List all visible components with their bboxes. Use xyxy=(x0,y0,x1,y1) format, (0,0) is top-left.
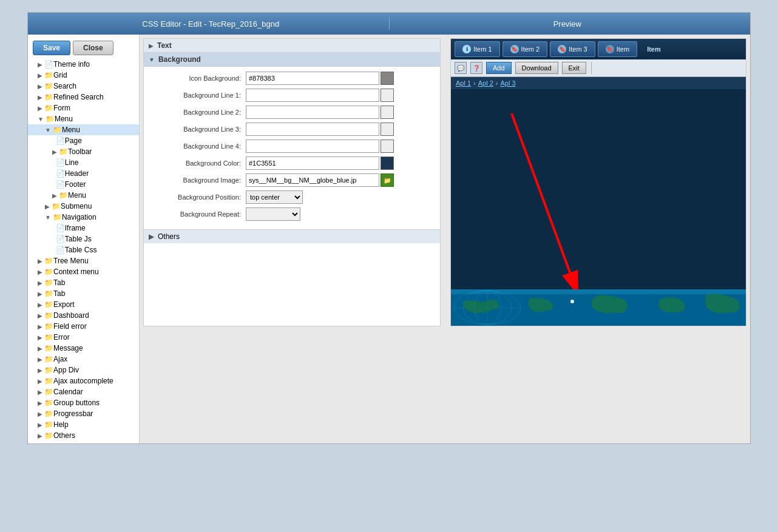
expand-icon: ▶ xyxy=(52,149,57,155)
tree-item[interactable]: ▶ 📁 Tab xyxy=(28,288,139,299)
folder-icon: 📁 xyxy=(44,420,53,429)
file-browse-button[interactable]: 📁 xyxy=(381,173,394,187)
expand-icon: ▼ xyxy=(45,127,51,133)
tree-item[interactable]: ▶ 📁 Tab xyxy=(28,277,139,288)
sidebar: Save Close ▶ 📄 Theme info ▶ 📁 Grid ▶ 📁 S… xyxy=(28,35,140,443)
tree-item[interactable]: ▶ 📁 Error xyxy=(28,332,139,343)
tree-item[interactable]: ▶ 📁 Menu xyxy=(28,190,139,201)
folder-icon: 📁 xyxy=(44,355,53,363)
tree-item[interactable]: 📄 Page xyxy=(28,135,139,146)
page-icon: 📄 xyxy=(44,60,53,69)
tree-item-label: Tab xyxy=(53,278,65,287)
tree-item[interactable]: ▶ 📁 Refined Search xyxy=(28,92,139,103)
tree-item[interactable]: ▶ 📁 Search xyxy=(28,81,139,92)
bg-line1-row: Background Line 1: xyxy=(149,89,435,102)
tree-item-label: App Div xyxy=(53,366,79,374)
tree-item[interactable]: ▶ 📁 Ajax xyxy=(28,354,139,365)
nav-item-3[interactable]: 🔖 Item 3 xyxy=(550,41,595,57)
tree-item[interactable]: 📄 Table Js xyxy=(28,234,139,244)
nav-item-4-label: Item xyxy=(617,45,629,53)
bg-image-input[interactable] xyxy=(246,173,379,187)
preview-toolbar: 💬 ❓ Add Download Exit xyxy=(451,59,746,77)
tree-item[interactable]: ▶ 📁 Grid xyxy=(28,70,139,81)
tree-item[interactable]: ▶ 📁 Form xyxy=(28,103,139,113)
toolbar-separator xyxy=(591,62,592,74)
bg-repeat-select[interactable]: no-repeat repeat repeat-x repeat-y xyxy=(246,207,300,221)
expand-icon: ▶ xyxy=(38,345,42,352)
tree-item-label: Help xyxy=(53,420,69,429)
tree-item[interactable]: ▶ 📁 Tree Menu xyxy=(28,255,139,266)
tree-item[interactable]: 📄 Table Css xyxy=(28,244,139,255)
folder-icon: 📁 xyxy=(44,333,53,342)
tree-item[interactable]: ▶ 📁 Context menu xyxy=(28,266,139,277)
tree-item[interactable]: ▶ 📁 Submenu xyxy=(28,201,139,212)
breadcrumb-apl2[interactable]: Apl 2 xyxy=(478,79,493,87)
exit-button[interactable]: Exit xyxy=(562,62,586,74)
tree-item[interactable]: ▶ 📁 Help xyxy=(28,419,139,430)
breadcrumb-apl3[interactable]: Apl 3 xyxy=(501,79,516,87)
expand-icon: ▶ xyxy=(38,94,42,101)
bg-line3-swatch[interactable] xyxy=(381,123,394,136)
page-icon: 📄 xyxy=(56,224,65,232)
tree-item[interactable]: ▶ 📄 Theme info xyxy=(28,59,139,70)
tree-item[interactable]: 📄 Line xyxy=(28,157,139,168)
text-section-header[interactable]: ▶ Text xyxy=(144,39,440,53)
expand-icon: ▶ xyxy=(38,258,42,264)
add-button[interactable]: Add xyxy=(486,62,512,74)
tree-item[interactable]: ▶ 📁 Dashboard xyxy=(28,310,139,321)
tree-item[interactable]: ▶ 📁 Ajax autocomplete xyxy=(28,375,139,386)
nav-item-1[interactable]: ℹ Item 1 xyxy=(455,41,500,57)
page-icon: 📄 xyxy=(56,169,65,178)
tree-item[interactable]: ▶ 📁 Progressbar xyxy=(28,408,139,419)
tree-item[interactable]: ▶ 📁 Others xyxy=(28,430,139,441)
bg-line4-input[interactable] xyxy=(246,140,379,153)
toolbar-icon-1[interactable]: 💬 xyxy=(455,62,467,74)
bg-position-select[interactable]: top center top left top right center cen… xyxy=(246,190,303,204)
nav-item-2[interactable]: 🔖 Item 2 xyxy=(502,41,548,57)
toolbar-icon-2[interactable]: ❓ xyxy=(470,62,482,74)
expand-icon xyxy=(52,170,54,177)
tree-item[interactable]: ▶ 📁 Message xyxy=(28,343,139,354)
tree-item[interactable]: ▶ 📁 App Div xyxy=(28,365,139,375)
bg-color-input[interactable] xyxy=(246,157,379,170)
icon-background-input[interactable] xyxy=(246,72,379,85)
tree-item[interactable]: 📄 Header xyxy=(28,168,139,179)
bg-line2-swatch[interactable] xyxy=(381,106,394,119)
icon-background-swatch[interactable] xyxy=(381,72,394,85)
bg-line2-input[interactable] xyxy=(246,106,379,119)
tree-item-label: Iframe xyxy=(65,224,86,232)
tree-item[interactable]: ▼ 📁 Menu xyxy=(28,113,139,124)
folder-icon: 📁 xyxy=(44,289,53,298)
breadcrumb-apl1[interactable]: Apl 1 xyxy=(456,79,471,87)
close-button[interactable]: Close xyxy=(73,41,113,55)
title-bar: CSS Editor - Edit - TecRep_2016_bgnd Pre… xyxy=(28,13,750,35)
bg-line1-swatch[interactable] xyxy=(381,89,394,102)
bg-line4-swatch[interactable] xyxy=(381,140,394,153)
bg-color-swatch[interactable] xyxy=(381,157,394,170)
bg-line1-input[interactable] xyxy=(246,89,379,102)
tree-item[interactable]: ▶ 📁 Field error xyxy=(28,321,139,332)
tree-item[interactable]: ▶ 📁 Toolbar xyxy=(28,146,139,157)
others-section-header[interactable]: ▶ Others xyxy=(144,230,440,243)
folder-icon: 📁 xyxy=(44,409,53,418)
nav-item-5[interactable]: Item xyxy=(640,42,668,56)
background-section-header[interactable]: ▼ Background xyxy=(144,53,440,67)
save-button[interactable]: Save xyxy=(33,41,70,55)
tree-item[interactable]: ▶ 📁 Group buttons xyxy=(28,397,139,408)
folder-icon: 📁 xyxy=(44,377,53,385)
tree-item[interactable]: ▼ 📁 Navigation xyxy=(28,212,139,223)
page-icon: 📄 xyxy=(56,136,65,145)
tree-item-label: Navigation xyxy=(62,213,96,221)
download-button[interactable]: Download xyxy=(515,62,558,74)
tree-item[interactable]: ▶ 📁 Calendar xyxy=(28,386,139,397)
bg-line3-input[interactable] xyxy=(246,123,379,136)
tree-item[interactable]: ▼ 📁 Menu xyxy=(28,124,139,135)
tree-item[interactable]: 📄 Iframe xyxy=(28,223,139,234)
bg-image-label: Background Image: xyxy=(149,177,246,184)
tree-item[interactable]: ▶ 📁 Export xyxy=(28,299,139,310)
tree-item[interactable]: 📄 Footer xyxy=(28,179,139,190)
folder-icon: 📁 xyxy=(44,71,53,79)
tree-item-label: Export xyxy=(53,300,75,309)
expand-icon: ▶ xyxy=(38,389,42,396)
nav-item-4[interactable]: 🔖 Item xyxy=(598,41,637,57)
